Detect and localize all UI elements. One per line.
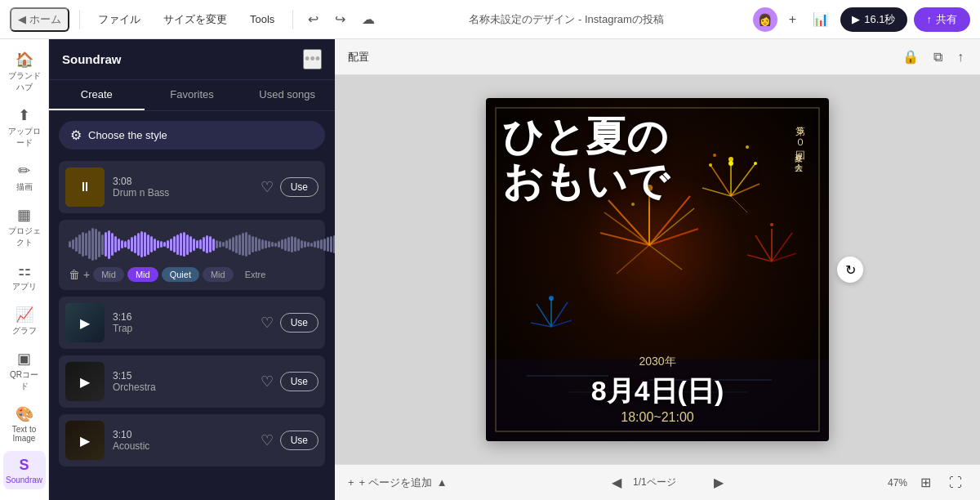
zoom-controls: 47% ⊞ ⛶ bbox=[888, 471, 967, 493]
song-actions-2: ♡ Use bbox=[261, 313, 318, 333]
waveform-section: 🗑 + Mid Mid Quiet Mid Extre bbox=[59, 220, 325, 290]
play-button[interactable]: ▶ 16.1秒 bbox=[840, 7, 906, 32]
back-label: ホーム bbox=[29, 12, 61, 27]
sidebar-item-apps[interactable]: ⚏ アプリ bbox=[3, 257, 46, 297]
song-info-4: 3:10 Acoustic bbox=[113, 429, 252, 452]
back-home-button[interactable]: ◀ ホーム bbox=[10, 7, 69, 32]
brand-hub-label: ブランドハブ bbox=[7, 70, 42, 93]
favorite-button-3[interactable]: ♡ bbox=[261, 373, 274, 391]
file-menu-button[interactable]: ファイル bbox=[90, 9, 149, 30]
song-info-1: 3:08 Drum n Bass bbox=[113, 176, 252, 199]
tools-button[interactable]: Tools bbox=[242, 10, 283, 29]
fullscreen-button[interactable]: ⛶ bbox=[944, 472, 967, 493]
soundraw-more-button[interactable]: ••• bbox=[303, 49, 322, 69]
song-genre-4: Acoustic bbox=[113, 440, 252, 452]
use-button-3[interactable]: Use bbox=[280, 372, 318, 391]
qr-icon: ▣ bbox=[16, 350, 33, 368]
topbar-divider-2 bbox=[292, 10, 293, 29]
favorite-button-1[interactable]: ♡ bbox=[261, 178, 274, 196]
draw-label: 描画 bbox=[16, 181, 33, 193]
resize-button[interactable]: サイズを変更 bbox=[155, 9, 235, 30]
file-label: ファイル bbox=[98, 12, 140, 27]
song-thumb-3[interactable]: ▶ bbox=[65, 362, 105, 401]
main-text-line1: ひと夏の bbox=[502, 114, 813, 159]
song-thumb-4[interactable]: ▶ bbox=[65, 421, 105, 460]
soundraw-icon: S bbox=[16, 456, 33, 474]
sidebar-item-brand-hub[interactable]: 🏠 ブランドハブ bbox=[3, 46, 46, 98]
song-actions-3: ♡ Use bbox=[261, 372, 318, 391]
sidebar-item-draw[interactable]: ✏ 描画 bbox=[3, 157, 46, 198]
song-thumb-2[interactable]: ▶ bbox=[65, 303, 105, 342]
sidebar-item-text-to-image[interactable]: 🎨 Text to Image bbox=[3, 400, 46, 448]
soundraw-label: Soundraw bbox=[6, 475, 42, 484]
segment-quiet[interactable]: Quiet bbox=[162, 267, 199, 282]
add-page-icon: + bbox=[348, 476, 354, 489]
canvas-main[interactable]: ひと夏の おもいで 2030年 8月4日(日) 18:00~21:00 bbox=[335, 75, 980, 464]
sidebar-item-projects[interactable]: ▦ プロジェクト bbox=[3, 201, 46, 253]
tab-favorites-label: Favorites bbox=[170, 88, 213, 100]
song-genre-2: Trap bbox=[113, 323, 252, 334]
tab-create[interactable]: Create bbox=[49, 80, 145, 110]
qr-label: QRコード bbox=[7, 369, 42, 392]
design-canvas[interactable]: ひと夏の おもいで 2030年 8月4日(日) 18:00~21:00 bbox=[486, 98, 829, 441]
song-thumb-1[interactable]: ⏸ bbox=[65, 167, 105, 207]
sidebar-item-qr[interactable]: ▣ QRコード bbox=[3, 345, 46, 397]
grid-view-button[interactable]: ⊞ bbox=[915, 471, 936, 493]
prev-page-button[interactable]: ◀ bbox=[607, 471, 626, 493]
cloud-save-button[interactable]: ☁ bbox=[357, 8, 380, 30]
tab-used-songs-label: Used songs bbox=[259, 88, 315, 100]
use-button-4[interactable]: Use bbox=[280, 431, 318, 450]
page-info: 1/1ページ bbox=[633, 475, 676, 489]
undo-button[interactable]: ↩ bbox=[303, 8, 323, 30]
song-genre-3: Orchestra bbox=[113, 382, 252, 393]
play-icon: ▶ bbox=[852, 13, 860, 25]
song-time-3: 3:15 bbox=[113, 370, 252, 382]
export-button[interactable]: ↑ bbox=[954, 46, 967, 68]
song-time-1: 3:08 bbox=[113, 176, 252, 187]
segment-mid-2[interactable]: Mid bbox=[127, 267, 158, 282]
favorite-button-4[interactable]: ♡ bbox=[261, 431, 274, 449]
graph-label: グラフ bbox=[12, 325, 37, 337]
refresh-design-button[interactable]: ↻ bbox=[837, 257, 863, 283]
song-actions-1: ♡ Use bbox=[261, 177, 318, 197]
use-button-2[interactable]: Use bbox=[280, 313, 318, 333]
song-item-3: ▶ 3:15 Orchestra ♡ Use bbox=[59, 355, 325, 408]
sidebar-item-upload[interactable]: ⬆ アップロード bbox=[3, 101, 46, 154]
tab-used-songs[interactable]: Used songs bbox=[239, 80, 335, 110]
main-content: 🏠 ブランドハブ ⬆ アップロード ✏ 描画 ▦ プロジェクト ⚏ アプリ 📈 … bbox=[0, 39, 980, 500]
tools-label: Tools bbox=[250, 13, 274, 25]
analytics-button[interactable]: 📊 bbox=[808, 8, 834, 30]
favorite-button-2[interactable]: ♡ bbox=[261, 314, 274, 332]
segment-more: Extre bbox=[237, 267, 274, 282]
topbar-right: 👩 + 📊 ▶ 16.1秒 ↑ 共有 bbox=[753, 7, 970, 32]
lock-button[interactable]: 🔒 bbox=[899, 46, 922, 68]
avatar[interactable]: 👩 bbox=[753, 7, 777, 32]
sidebar-item-soundraw[interactable]: S Soundraw bbox=[3, 451, 46, 489]
segment-mid-3[interactable]: Mid bbox=[203, 267, 234, 282]
main-text-line2: おもいで bbox=[502, 159, 813, 204]
song-play-icon-2: ▶ bbox=[65, 303, 105, 342]
topbar-title: 名称未設定のデザイン - Instagramの投稿 bbox=[383, 12, 749, 27]
song-genre-1: Drum n Bass bbox=[113, 187, 252, 199]
text-to-image-icon: 🎨 bbox=[16, 405, 33, 423]
share-button[interactable]: ↑ 共有 bbox=[914, 7, 971, 32]
sidebar-item-graph[interactable]: 📈 グラフ bbox=[3, 301, 46, 342]
song-play-icon-4: ▶ bbox=[65, 421, 105, 460]
segment-delete-button[interactable]: 🗑 bbox=[69, 268, 80, 281]
use-button-1[interactable]: Use bbox=[280, 177, 318, 197]
canvas-toolbar: 配置 🔒 ⧉ ↑ bbox=[335, 39, 980, 75]
tab-favorites[interactable]: Favorites bbox=[145, 80, 240, 110]
song-play-icon-3: ▶ bbox=[65, 362, 105, 401]
topbar: ◀ ホーム ファイル サイズを変更 Tools ↩ ↪ ☁ 名称未設定のデザイン… bbox=[0, 0, 980, 39]
add-page-button[interactable]: + + ページを追加 ▲ bbox=[348, 475, 448, 490]
copy-button[interactable]: ⧉ bbox=[930, 46, 946, 68]
next-page-button[interactable]: ▶ bbox=[709, 471, 728, 493]
canvas-toolbar-label: 配置 bbox=[348, 50, 369, 65]
redo-button[interactable]: ↪ bbox=[330, 8, 350, 30]
segment-add-button[interactable]: + bbox=[83, 268, 90, 281]
waveform-display[interactable] bbox=[69, 228, 315, 261]
segment-mid-1[interactable]: Mid bbox=[93, 267, 124, 282]
page-navigation: ◀ 1/1ページ ▶ bbox=[607, 471, 728, 493]
choose-style-button[interactable]: ⚙ Choose the style bbox=[59, 121, 325, 150]
add-collaborator-button[interactable]: + bbox=[784, 9, 801, 30]
